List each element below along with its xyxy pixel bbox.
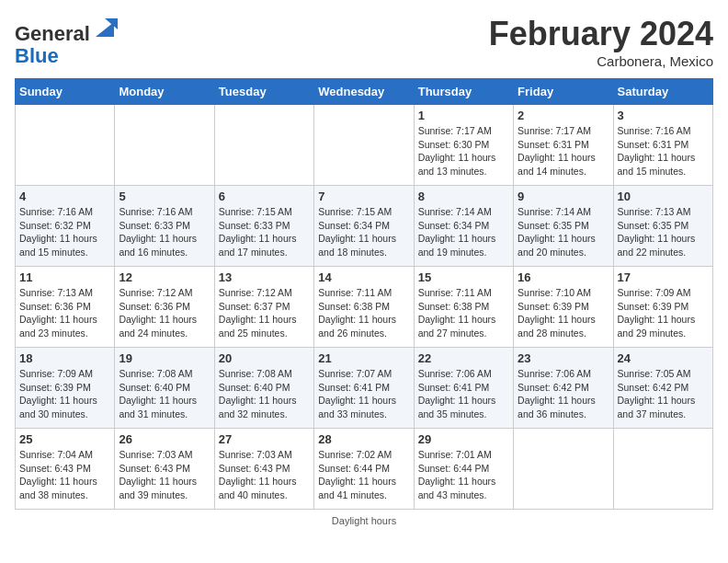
col-header-monday: Monday bbox=[115, 79, 214, 105]
day-number: 23 bbox=[518, 351, 609, 365]
cell-info: Sunrise: 7:08 AMSunset: 6:40 PMDaylight:… bbox=[119, 367, 210, 421]
day-number: 1 bbox=[418, 109, 509, 122]
cell-info: Sunrise: 7:06 AMSunset: 6:41 PMDaylight:… bbox=[418, 367, 509, 421]
day-number: 18 bbox=[19, 351, 110, 365]
calendar-cell bbox=[514, 429, 613, 510]
calendar-week-3: 11Sunrise: 7:13 AMSunset: 6:36 PMDayligh… bbox=[16, 267, 713, 348]
calendar-cell bbox=[16, 105, 115, 186]
calendar-cell: 8Sunrise: 7:14 AMSunset: 6:34 PMDaylight… bbox=[414, 186, 513, 267]
cell-info: Sunrise: 7:02 AMSunset: 6:44 PMDaylight:… bbox=[318, 448, 409, 502]
svg-marker-0 bbox=[96, 22, 114, 37]
day-number: 14 bbox=[318, 270, 409, 284]
calendar-cell bbox=[314, 105, 414, 186]
day-number: 7 bbox=[318, 190, 409, 203]
calendar-week-5: 25Sunrise: 7:04 AMSunset: 6:43 PMDayligh… bbox=[16, 429, 713, 510]
col-header-tuesday: Tuesday bbox=[214, 79, 313, 105]
calendar-cell: 6Sunrise: 7:15 AMSunset: 6:33 PMDaylight… bbox=[214, 186, 313, 267]
day-number: 20 bbox=[219, 351, 310, 365]
calendar-cell: 11Sunrise: 7:13 AMSunset: 6:36 PMDayligh… bbox=[16, 267, 115, 348]
calendar-cell: 17Sunrise: 7:09 AMSunset: 6:39 PMDayligh… bbox=[613, 267, 712, 348]
cell-info: Sunrise: 7:12 AMSunset: 6:37 PMDaylight:… bbox=[219, 286, 310, 340]
cell-info: Sunrise: 7:05 AMSunset: 6:42 PMDaylight:… bbox=[618, 367, 709, 421]
calendar-cell: 3Sunrise: 7:16 AMSunset: 6:31 PMDaylight… bbox=[613, 105, 712, 186]
cell-info: Sunrise: 7:08 AMSunset: 6:40 PMDaylight:… bbox=[219, 367, 310, 421]
col-header-saturday: Saturday bbox=[613, 79, 712, 105]
cell-info: Sunrise: 7:14 AMSunset: 6:34 PMDaylight:… bbox=[418, 205, 509, 259]
cell-info: Sunrise: 7:09 AMSunset: 6:39 PMDaylight:… bbox=[19, 367, 110, 421]
calendar-cell: 18Sunrise: 7:09 AMSunset: 6:39 PMDayligh… bbox=[16, 348, 115, 429]
day-number: 21 bbox=[318, 351, 409, 365]
cell-info: Sunrise: 7:07 AMSunset: 6:41 PMDaylight:… bbox=[318, 367, 409, 421]
calendar-cell: 14Sunrise: 7:11 AMSunset: 6:38 PMDayligh… bbox=[314, 267, 414, 348]
calendar-table: SundayMondayTuesdayWednesdayThursdayFrid… bbox=[15, 78, 713, 510]
day-number: 12 bbox=[119, 270, 210, 284]
cell-info: Sunrise: 7:06 AMSunset: 6:42 PMDaylight:… bbox=[518, 367, 609, 421]
col-header-sunday: Sunday bbox=[16, 79, 115, 105]
calendar-cell: 7Sunrise: 7:15 AMSunset: 6:34 PMDaylight… bbox=[314, 186, 414, 267]
logo-general: General bbox=[15, 22, 90, 45]
calendar-cell bbox=[214, 105, 313, 186]
calendar-cell: 23Sunrise: 7:06 AMSunset: 6:42 PMDayligh… bbox=[514, 348, 613, 429]
cell-info: Sunrise: 7:12 AMSunset: 6:36 PMDaylight:… bbox=[119, 286, 210, 340]
cell-info: Sunrise: 7:13 AMSunset: 6:35 PMDaylight:… bbox=[618, 205, 709, 259]
month-title: February 2024 bbox=[489, 15, 713, 53]
day-number: 27 bbox=[219, 432, 310, 446]
day-number: 25 bbox=[19, 432, 110, 446]
footer-daylight: Daylight hours bbox=[15, 515, 713, 526]
cell-info: Sunrise: 7:16 AMSunset: 6:33 PMDaylight:… bbox=[119, 205, 210, 259]
title-block: February 2024 Carbonera, Mexico bbox=[489, 15, 713, 69]
day-number: 13 bbox=[219, 270, 310, 284]
day-number: 19 bbox=[119, 351, 210, 365]
cell-info: Sunrise: 7:17 AMSunset: 6:30 PMDaylight:… bbox=[418, 124, 509, 178]
cell-info: Sunrise: 7:16 AMSunset: 6:32 PMDaylight:… bbox=[19, 205, 110, 259]
day-number: 11 bbox=[19, 270, 110, 284]
calendar-cell: 20Sunrise: 7:08 AMSunset: 6:40 PMDayligh… bbox=[214, 348, 313, 429]
day-number: 8 bbox=[418, 190, 509, 203]
day-number: 26 bbox=[119, 432, 210, 446]
calendar-week-2: 4Sunrise: 7:16 AMSunset: 6:32 PMDaylight… bbox=[16, 186, 713, 267]
calendar-cell: 25Sunrise: 7:04 AMSunset: 6:43 PMDayligh… bbox=[16, 429, 115, 510]
day-number: 5 bbox=[119, 190, 210, 203]
calendar-cell: 10Sunrise: 7:13 AMSunset: 6:35 PMDayligh… bbox=[613, 186, 712, 267]
col-header-friday: Friday bbox=[514, 79, 613, 105]
calendar-cell bbox=[613, 429, 712, 510]
calendar-cell: 13Sunrise: 7:12 AMSunset: 6:37 PMDayligh… bbox=[214, 267, 313, 348]
calendar-cell: 2Sunrise: 7:17 AMSunset: 6:31 PMDaylight… bbox=[514, 105, 613, 186]
calendar-cell: 12Sunrise: 7:12 AMSunset: 6:36 PMDayligh… bbox=[115, 267, 214, 348]
calendar-cell: 15Sunrise: 7:11 AMSunset: 6:38 PMDayligh… bbox=[414, 267, 513, 348]
logo: General Blue bbox=[15, 15, 118, 67]
cell-info: Sunrise: 7:04 AMSunset: 6:43 PMDaylight:… bbox=[19, 448, 110, 502]
day-number: 2 bbox=[518, 109, 609, 122]
day-number: 3 bbox=[618, 109, 709, 122]
day-number: 9 bbox=[518, 190, 609, 203]
day-number: 15 bbox=[418, 270, 509, 284]
calendar-cell: 28Sunrise: 7:02 AMSunset: 6:44 PMDayligh… bbox=[314, 429, 414, 510]
day-number: 28 bbox=[318, 432, 409, 446]
col-header-wednesday: Wednesday bbox=[314, 79, 414, 105]
cell-info: Sunrise: 7:03 AMSunset: 6:43 PMDaylight:… bbox=[119, 448, 210, 502]
cell-info: Sunrise: 7:01 AMSunset: 6:44 PMDaylight:… bbox=[418, 448, 509, 502]
calendar-cell: 9Sunrise: 7:14 AMSunset: 6:35 PMDaylight… bbox=[514, 186, 613, 267]
page-header: General Blue February 2024 Carbonera, Me… bbox=[15, 15, 713, 69]
calendar-cell: 29Sunrise: 7:01 AMSunset: 6:44 PMDayligh… bbox=[414, 429, 513, 510]
day-number: 24 bbox=[618, 351, 709, 365]
cell-info: Sunrise: 7:15 AMSunset: 6:33 PMDaylight:… bbox=[219, 205, 310, 259]
calendar-cell: 27Sunrise: 7:03 AMSunset: 6:43 PMDayligh… bbox=[214, 429, 313, 510]
calendar-cell: 4Sunrise: 7:16 AMSunset: 6:32 PMDaylight… bbox=[16, 186, 115, 267]
cell-info: Sunrise: 7:14 AMSunset: 6:35 PMDaylight:… bbox=[518, 205, 609, 259]
calendar-cell: 5Sunrise: 7:16 AMSunset: 6:33 PMDaylight… bbox=[115, 186, 214, 267]
cell-info: Sunrise: 7:17 AMSunset: 6:31 PMDaylight:… bbox=[518, 124, 609, 178]
day-number: 16 bbox=[518, 270, 609, 284]
day-number: 4 bbox=[19, 190, 110, 203]
location: Carbonera, Mexico bbox=[489, 53, 713, 69]
calendar-cell: 16Sunrise: 7:10 AMSunset: 6:39 PMDayligh… bbox=[514, 267, 613, 348]
calendar-cell: 24Sunrise: 7:05 AMSunset: 6:42 PMDayligh… bbox=[613, 348, 712, 429]
calendar-cell: 19Sunrise: 7:08 AMSunset: 6:40 PMDayligh… bbox=[115, 348, 214, 429]
cell-info: Sunrise: 7:09 AMSunset: 6:39 PMDaylight:… bbox=[618, 286, 709, 340]
cell-info: Sunrise: 7:16 AMSunset: 6:31 PMDaylight:… bbox=[618, 124, 709, 178]
cell-info: Sunrise: 7:11 AMSunset: 6:38 PMDaylight:… bbox=[418, 286, 509, 340]
cell-info: Sunrise: 7:15 AMSunset: 6:34 PMDaylight:… bbox=[318, 205, 409, 259]
logo-icon bbox=[92, 15, 118, 40]
cell-info: Sunrise: 7:03 AMSunset: 6:43 PMDaylight:… bbox=[219, 448, 310, 502]
calendar-cell: 26Sunrise: 7:03 AMSunset: 6:43 PMDayligh… bbox=[115, 429, 214, 510]
